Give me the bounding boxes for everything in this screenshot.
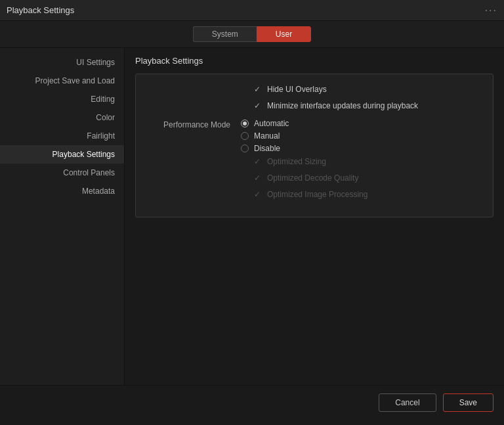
minimize-interface-label: Minimize interface updates during playba…	[267, 101, 418, 110]
optimized-sizing-checkbox-row: ✓ Optimized Sizing	[241, 157, 480, 166]
minimize-interface-checkbox-row[interactable]: ✓ Minimize interface updates during play…	[241, 101, 480, 110]
hide-ui-overlays-label-col	[136, 85, 241, 86]
radio-disable-row[interactable]: Disable	[241, 144, 480, 153]
performance-mode-radio-group: Automatic Manual Disable	[241, 119, 480, 153]
optimized-sizing-label: Optimized Sizing	[267, 157, 326, 166]
optimized-image-label: Optimized Image Processing	[267, 190, 368, 199]
performance-mode-row: Performance Mode Automatic Manual	[136, 119, 480, 153]
optimized-decode-check-icon: ✓	[254, 173, 262, 183]
performance-mode-options: Automatic Manual Disable	[241, 119, 480, 153]
optimized-image-row: ✓ Optimized Image Processing	[136, 190, 480, 202]
optimized-sizing-label-col	[136, 157, 241, 158]
radio-manual-btn[interactable]	[241, 132, 249, 140]
window-title: Playback Settings	[7, 5, 74, 15]
tab-user[interactable]: User	[257, 26, 311, 42]
performance-mode-label: Performance Mode	[136, 119, 241, 129]
optimized-sizing-content: ✓ Optimized Sizing	[241, 157, 480, 169]
sidebar-item-playback-settings[interactable]: Playback Settings	[0, 145, 124, 164]
radio-disable-label: Disable	[254, 144, 280, 153]
optimized-image-label-col	[136, 190, 241, 191]
content-title: Playback Settings	[135, 56, 494, 66]
radio-automatic-btn[interactable]	[241, 120, 249, 127]
sidebar-item-project-save-load[interactable]: Project Save and Load	[0, 72, 124, 90]
minimize-interface-content: ✓ Minimize interface updates during play…	[241, 101, 480, 114]
tab-bar: System User	[0, 21, 504, 48]
optimized-image-content: ✓ Optimized Image Processing	[241, 190, 480, 202]
sidebar-item-metadata[interactable]: Metadata	[0, 182, 124, 200]
optimized-sizing-row: ✓ Optimized Sizing	[136, 157, 480, 169]
sidebar-item-color[interactable]: Color	[0, 108, 124, 127]
radio-manual-label: Manual	[254, 131, 280, 141]
bottom-bar: Cancel Save	[0, 385, 504, 419]
minimize-interface-row: ✓ Minimize interface updates during play…	[136, 101, 480, 114]
minimize-interface-label-col	[136, 101, 241, 102]
optimized-decode-row: ✓ Optimized Decode Quality	[136, 173, 480, 186]
settings-panel: ✓ Hide UI Overlays ✓ Minimize interface …	[135, 74, 494, 217]
hide-ui-overlays-label: Hide UI Overlays	[267, 85, 327, 94]
hide-ui-overlays-row: ✓ Hide UI Overlays	[136, 85, 480, 97]
optimized-sizing-check-icon: ✓	[254, 157, 262, 166]
hide-ui-overlays-content: ✓ Hide UI Overlays	[241, 85, 480, 97]
tab-system[interactable]: System	[193, 26, 257, 42]
sidebar-item-fairlight[interactable]: Fairlight	[0, 127, 124, 145]
hide-ui-overlays-check-icon: ✓	[254, 85, 262, 94]
minimize-interface-check-icon: ✓	[254, 101, 262, 110]
save-button[interactable]: Save	[443, 393, 494, 412]
optimized-decode-checkbox-row: ✓ Optimized Decode Quality	[241, 173, 480, 183]
radio-automatic-row[interactable]: Automatic	[241, 119, 480, 128]
sidebar-item-editing[interactable]: Editing	[0, 90, 124, 108]
cancel-button[interactable]: Cancel	[379, 393, 436, 412]
optimized-image-check-icon: ✓	[254, 190, 262, 199]
optimized-image-checkbox-row: ✓ Optimized Image Processing	[241, 190, 480, 199]
optimized-decode-label: Optimized Decode Quality	[267, 173, 358, 183]
hide-ui-overlays-checkbox-row[interactable]: ✓ Hide UI Overlays	[241, 85, 480, 94]
sidebar: UI Settings Project Save and Load Editin…	[0, 48, 125, 385]
more-options-icon[interactable]: ···	[485, 5, 497, 16]
settings-panel-wrapper: ✓ Hide UI Overlays ✓ Minimize interface …	[135, 74, 494, 217]
sidebar-item-control-panels[interactable]: Control Panels	[0, 164, 124, 182]
radio-manual-row[interactable]: Manual	[241, 131, 480, 141]
optimized-decode-content: ✓ Optimized Decode Quality	[241, 173, 480, 186]
main-layout: UI Settings Project Save and Load Editin…	[0, 48, 504, 385]
title-bar: Playback Settings ···	[0, 0, 504, 21]
radio-automatic-label: Automatic	[254, 119, 289, 128]
content-area: Playback Settings ✓ Hide UI Overlays	[125, 48, 504, 385]
optimized-decode-label-col	[136, 173, 241, 175]
radio-disable-btn[interactable]	[241, 145, 249, 152]
sidebar-item-ui-settings[interactable]: UI Settings	[0, 53, 124, 72]
